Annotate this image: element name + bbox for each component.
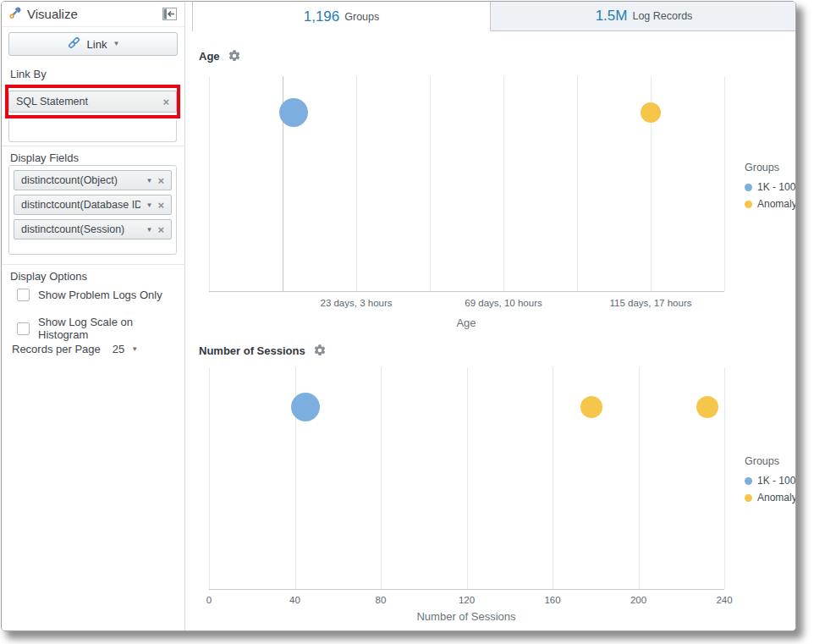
x-tick-label: 240 <box>716 595 732 605</box>
display-fields-box: distinctcount(Object) ▼ × distinctcount(… <box>8 165 177 255</box>
sessions-chart-legend: Groups1K - 100KAnomaly <box>745 455 796 509</box>
legend-label: Anomaly <box>757 492 796 504</box>
data-point-bubble[interactable] <box>291 393 320 421</box>
link-by-label: Link By <box>10 68 47 80</box>
chevron-down-icon[interactable]: ▼ <box>146 226 152 234</box>
remove-field-icon[interactable]: × <box>157 199 164 212</box>
gridline <box>503 76 504 291</box>
gridline <box>381 367 382 589</box>
display-fields-label: Display Fields <box>10 151 79 164</box>
x-tick-label: 115 days, 17 hours <box>610 298 692 308</box>
link-visualization-button[interactable]: Link ▼ <box>8 32 178 56</box>
gridline <box>639 367 640 589</box>
x-tick-label: 69 days, 10 hours <box>465 298 542 308</box>
link-button-label: Link <box>87 38 107 51</box>
gridline <box>724 367 725 589</box>
legend-title: Groups <box>745 162 796 173</box>
sessions-chart-header: Number of Sessions <box>199 344 327 357</box>
data-point-bubble[interactable] <box>696 396 718 418</box>
remove-field-icon[interactable]: × <box>157 174 164 187</box>
visualize-icon <box>8 6 22 23</box>
sessions-chart-plot <box>209 367 724 590</box>
data-point-bubble[interactable] <box>641 102 661 123</box>
option-row: Show Problem Logs Only <box>17 289 162 301</box>
x-tick-label: 0 <box>206 595 212 605</box>
link-by-field-pill[interactable]: SQL Statement × <box>8 91 177 113</box>
display-field-value: distinctcount(Database ID) <box>21 199 140 211</box>
main-content: 1,196 Groups 1.5M Log Records Age 23 day <box>192 2 796 631</box>
legend-title: Groups <box>745 455 796 467</box>
data-point-bubble[interactable] <box>580 396 602 418</box>
sessions-chart-x-ticks: 04080120160200240 <box>209 595 724 608</box>
legend-item[interactable]: 1K - 100K <box>745 475 796 487</box>
legend-dot <box>745 477 752 485</box>
log-records-count: 1.5M <box>596 8 628 25</box>
gridline <box>553 367 553 589</box>
display-options-label: Display Options <box>10 270 87 283</box>
legend-item[interactable]: Anomaly <box>745 492 796 504</box>
divider <box>2 146 185 146</box>
x-tick-label: 80 <box>376 595 387 605</box>
age-chart-legend: Groups1K - 100KAnomaly <box>745 162 796 215</box>
x-tick-label: 40 <box>289 595 300 605</box>
gridline <box>467 367 468 589</box>
age-x-axis-title: Age <box>456 316 476 329</box>
gridline <box>356 76 357 291</box>
gridline <box>209 367 210 589</box>
tab-groups[interactable]: 1,196 Groups <box>192 2 491 31</box>
show-log-scale-checkbox[interactable] <box>17 322 30 335</box>
legend-label: Anomaly <box>757 198 796 210</box>
checkbox-label: Show Problem Logs Only <box>38 289 162 301</box>
display-field-pill[interactable]: distinctcount(Database ID) ▼ × <box>14 195 172 215</box>
app-window: Visualize <box>1 1 796 631</box>
x-tick-label: 200 <box>630 595 646 605</box>
legend-dot <box>745 201 752 208</box>
chevron-down-icon[interactable]: ▼ <box>113 41 119 47</box>
data-point-bubble[interactable] <box>279 98 308 127</box>
link-by-drop-area[interactable] <box>8 120 177 142</box>
records-per-page-value[interactable]: 25 <box>113 343 124 355</box>
x-tick-label: 160 <box>544 595 560 605</box>
chevron-down-icon[interactable]: ▼ <box>146 177 152 184</box>
chevron-down-icon[interactable]: ▼ <box>131 346 138 353</box>
visualize-sidebar: Visualize <box>2 2 185 631</box>
legend-label: 1K - 100K <box>757 475 796 487</box>
show-problem-logs-checkbox[interactable] <box>17 289 30 301</box>
tab-strip: 1,196 Groups 1.5M Log Records <box>192 2 796 31</box>
chevron-down-icon[interactable]: ▼ <box>146 201 152 209</box>
tab-label: Groups <box>344 11 379 23</box>
groups-count: 1,196 <box>304 8 340 25</box>
age-chart-x-ticks: 23 days, 3 hours69 days, 10 hours115 day… <box>209 298 724 311</box>
legend-item[interactable]: Anomaly <box>745 198 796 210</box>
legend-label: 1K - 100K <box>757 181 796 193</box>
sessions-x-axis-title: Number of Sessions <box>416 610 515 623</box>
records-per-page-label: Records per Page <box>12 343 101 355</box>
link-chain-icon <box>67 36 81 52</box>
gridline <box>577 76 578 291</box>
legend-dot <box>745 184 752 191</box>
display-field-pill[interactable]: distinctcount(Session) ▼ × <box>14 219 172 239</box>
display-field-value: distinctcount(Session) <box>21 223 140 235</box>
remove-link-by-icon[interactable]: × <box>162 96 169 108</box>
chart-title: Age <box>199 50 220 63</box>
display-field-value: distinctcount(Object) <box>21 174 140 186</box>
option-row: Show Log Scale on Histogram <box>17 316 184 341</box>
x-tick-label: 23 days, 3 hours <box>320 298 392 308</box>
gridline <box>430 76 431 291</box>
checkbox-label: Show Log Scale on Histogram <box>38 316 184 341</box>
collapse-panel-icon[interactable] <box>161 7 178 22</box>
display-field-pill[interactable]: distinctcount(Object) ▼ × <box>14 170 172 190</box>
chart-title: Number of Sessions <box>199 344 305 357</box>
link-by-value: SQL Statement <box>16 96 157 107</box>
age-chart-header: Age <box>199 49 241 63</box>
tab-label: Log Records <box>632 10 692 22</box>
x-tick-label: 120 <box>459 595 475 605</box>
gear-icon[interactable] <box>313 344 327 357</box>
divider <box>2 264 185 265</box>
legend-dot <box>745 494 752 502</box>
gridline <box>724 76 725 291</box>
remove-field-icon[interactable]: × <box>157 223 164 236</box>
legend-item[interactable]: 1K - 100K <box>745 181 796 193</box>
gear-icon[interactable] <box>228 49 241 63</box>
tab-log-records[interactable]: 1.5M Log Records <box>491 2 796 31</box>
